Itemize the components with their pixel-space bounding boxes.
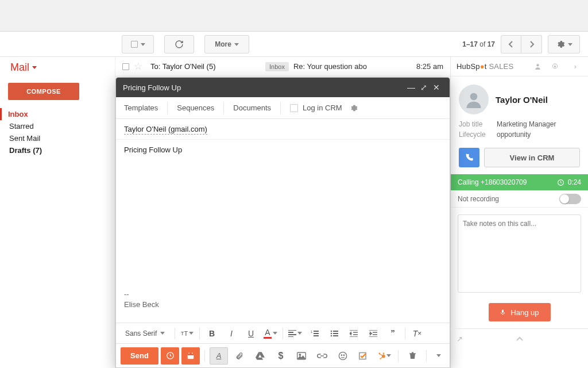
svg-rect-22 <box>502 309 504 313</box>
align-icon[interactable] <box>285 325 305 342</box>
mic-icon <box>500 308 506 316</box>
send-later-icon[interactable] <box>161 347 179 365</box>
clock-icon <box>557 179 564 186</box>
close-icon[interactable]: ✕ <box>430 83 443 92</box>
signature-dash: -- <box>124 290 129 298</box>
svg-point-11 <box>341 355 342 355</box>
chevron-right-icon <box>529 41 535 48</box>
compose-header[interactable]: Pricing Follow Up — ⤢ ✕ <box>116 78 450 97</box>
svg-point-9 <box>299 354 301 355</box>
svg-point-2 <box>331 330 332 332</box>
mail-toolbar: More 1–17 of 17 <box>0 32 588 57</box>
mail-row[interactable]: ☆ To: Taylor O'Neil (5) Inbox Re: Your q… <box>115 57 450 76</box>
meetings-icon[interactable] <box>181 347 200 365</box>
svg-point-18 <box>536 64 539 66</box>
format-toggle-icon[interactable]: A <box>210 347 228 365</box>
open-external-icon[interactable]: ↗ <box>457 335 463 343</box>
select-dropdown[interactable] <box>122 35 154 53</box>
compose-toolbar: Templates Sequences Documents Log in CRM <box>116 97 450 119</box>
bold-icon[interactable]: B <box>202 325 222 342</box>
indent-less-icon[interactable] <box>344 325 363 342</box>
svg-point-4 <box>331 335 332 336</box>
calling-text: Calling +18603020709 <box>458 178 527 186</box>
hubspot-icon[interactable] <box>375 347 393 365</box>
mail-dropdown[interactable]: Mail <box>10 62 105 74</box>
jobtitle-value: Marketing Manager <box>497 120 556 128</box>
sidebar-item-sent[interactable]: Sent Mail <box>8 132 105 144</box>
font-dropdown[interactable]: Sans Serif <box>121 325 172 342</box>
more-send-options[interactable] <box>431 347 443 365</box>
notes-textarea[interactable] <box>458 214 581 293</box>
svg-point-12 <box>343 355 344 355</box>
quote-icon[interactable]: ” <box>383 325 403 342</box>
hs-settings-icon[interactable] <box>551 63 565 70</box>
numbered-list-icon[interactable]: 1 <box>305 325 324 342</box>
more-label: More <box>215 40 231 48</box>
svg-rect-7 <box>188 353 194 355</box>
expand-icon[interactable]: ⤢ <box>417 83 430 92</box>
underline-icon[interactable]: U <box>241 325 261 342</box>
call-notes <box>458 214 581 293</box>
recipient-chip[interactable]: Taylor O'Neil (gmail.com) <box>124 125 207 135</box>
photo-icon[interactable] <box>292 347 311 365</box>
chevron-left-icon <box>508 41 514 48</box>
compose-settings-icon[interactable] <box>350 104 358 112</box>
sequences-tab[interactable]: Sequences <box>168 102 224 114</box>
refresh-button[interactable] <box>164 35 194 53</box>
log-in-crm-toggle[interactable]: Log in CRM <box>290 103 342 112</box>
contact-profile: Taylor O'Neil <box>451 76 588 120</box>
link-icon[interactable] <box>313 347 331 365</box>
prev-page-button[interactable] <box>501 35 521 53</box>
hs-user-icon[interactable] <box>534 63 548 70</box>
gear-icon <box>556 40 565 49</box>
drive-icon[interactable] <box>251 347 269 365</box>
track-open-icon[interactable] <box>354 347 373 365</box>
money-icon[interactable]: $ <box>272 347 290 365</box>
documents-tab[interactable]: Documents <box>224 102 281 114</box>
text-color-icon[interactable]: A <box>261 325 280 342</box>
templates-tab[interactable]: Templates <box>124 102 168 114</box>
trash-icon[interactable] <box>403 347 421 365</box>
recording-toggle[interactable] <box>559 194 581 204</box>
more-button[interactable]: More <box>204 35 249 53</box>
svg-point-10 <box>339 352 346 359</box>
remove-format-icon[interactable]: T✕ <box>408 325 427 342</box>
svg-point-15 <box>382 352 384 354</box>
inbox-chip: Inbox <box>265 62 289 71</box>
compose-body[interactable]: -- Elise Beck <box>116 160 450 323</box>
compose-to-field[interactable]: Taylor O'Neil (gmail.com) <box>116 119 450 140</box>
compose-button[interactable]: COMPOSE <box>8 83 79 100</box>
next-page-button[interactable] <box>521 35 542 53</box>
star-icon[interactable]: ☆ <box>134 60 142 72</box>
page-nav <box>501 35 542 53</box>
view-in-crm-button[interactable]: View in CRM <box>484 148 580 167</box>
indent-more-icon[interactable] <box>363 325 383 342</box>
hang-up-button[interactable]: Hang up <box>489 303 551 321</box>
call-button[interactable] <box>459 148 479 167</box>
svg-point-20 <box>470 93 478 101</box>
text-size-icon[interactable]: TT <box>177 325 197 342</box>
collapse-panel-icon[interactable] <box>516 336 524 342</box>
folder-nav: Inbox Starred Sent Mail Drafts (7) <box>8 108 105 156</box>
emoji-icon[interactable] <box>334 347 352 365</box>
minimize-icon[interactable]: — <box>405 83 417 92</box>
settings-button[interactable] <box>548 35 580 53</box>
hubspot-panel: HubSp●t SALES › Taylor O'Neil Job titleM… <box>450 57 588 368</box>
row-checkbox[interactable] <box>122 63 129 70</box>
sidebar-item-inbox[interactable]: Inbox <box>0 108 105 120</box>
sidebar-item-starred[interactable]: Starred <box>8 120 105 132</box>
compose-subject-field[interactable]: Pricing Follow Up <box>116 140 450 160</box>
send-button[interactable]: Send <box>121 347 158 365</box>
attach-icon[interactable] <box>230 347 249 365</box>
hs-expand-icon[interactable]: › <box>568 62 582 71</box>
italic-icon[interactable]: I <box>222 325 241 342</box>
row-time: 8:25 am <box>403 62 443 71</box>
svg-text:1: 1 <box>311 330 313 334</box>
bullet-list-icon[interactable] <box>324 325 344 342</box>
lifecycle-value: opportunity <box>497 131 531 139</box>
recording-row: Not recording <box>451 190 588 208</box>
sidebar-item-drafts[interactable]: Drafts (7) <box>8 144 105 156</box>
contact-properties: Job titleMarketing Manager Lifecycleoppo… <box>451 120 588 148</box>
refresh-icon <box>175 40 184 49</box>
signature-text: Elise Beck <box>124 300 159 309</box>
